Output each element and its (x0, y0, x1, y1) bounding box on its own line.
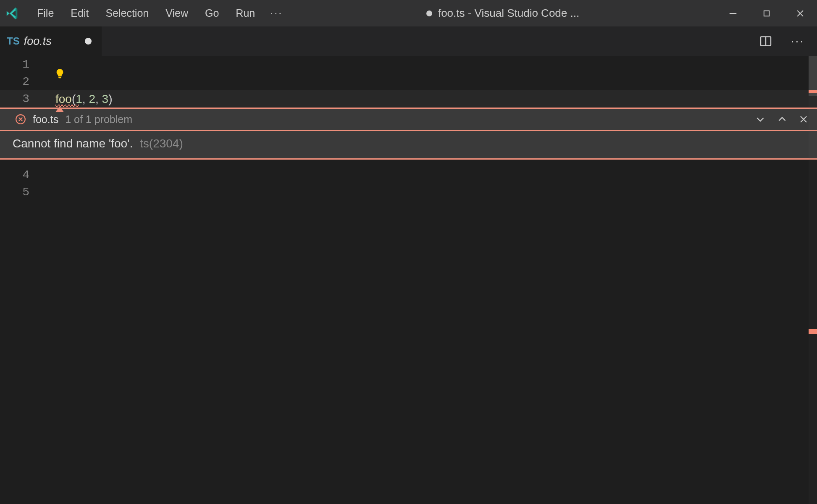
editor-tabs: TS foo.ts ··· (0, 26, 817, 56)
menu-bar: File Edit Selection View Go Run ··· (29, 3, 289, 24)
error-message-text: Cannot find name 'foo'. (13, 137, 133, 150)
token-comma: , (82, 92, 89, 105)
menu-selection[interactable]: Selection (97, 3, 157, 24)
token-paren: ( (72, 92, 76, 105)
title-bar: File Edit Selection View Go Run ··· foo.… (0, 0, 817, 26)
token-number: 1 (76, 92, 82, 105)
svg-rect-6 (58, 77, 61, 78)
line-number: 4 (0, 166, 34, 184)
overview-error-mark-icon (809, 329, 817, 334)
error-icon (15, 114, 26, 125)
window-title-filename: foo.ts (438, 7, 465, 19)
token-paren: ) (108, 92, 112, 105)
window-title-suffix: - Visual Studio Code ... (465, 7, 580, 19)
peek-next-button[interactable] (755, 114, 766, 125)
split-editor-button[interactable] (757, 33, 774, 50)
token-number: 3 (102, 92, 109, 105)
minimize-button[interactable] (716, 0, 750, 26)
peek-problem-count: 1 of 1 problem (65, 113, 132, 126)
menu-edit[interactable]: Edit (62, 3, 97, 24)
dirty-indicator-icon (426, 10, 432, 16)
menu-go[interactable]: Go (197, 3, 227, 24)
token-identifier: foo (55, 92, 72, 105)
tab-dirty-indicator-icon (85, 38, 92, 45)
close-window-button[interactable] (783, 0, 817, 26)
menu-run[interactable]: Run (227, 3, 263, 24)
window-controls (716, 0, 817, 26)
editor-more-actions-icon[interactable]: ··· (789, 33, 806, 50)
typescript-file-icon: TS (7, 35, 20, 47)
code-editor[interactable]: 1 2 3 foo(1, 2, 3) (0, 56, 817, 108)
code-line[interactable]: foo(1, 2, 3) (34, 90, 112, 108)
menu-more-icon[interactable]: ··· (263, 3, 289, 24)
token-number: 2 (89, 92, 95, 105)
editor-area: 1 2 3 foo(1, 2, 3) (0, 56, 817, 504)
peek-filename: foo.ts (33, 113, 58, 126)
peek-actions (755, 114, 809, 125)
line-number: 5 (0, 184, 34, 201)
tab-filename: foo.ts (24, 35, 52, 48)
error-code-text: ts(2304) (140, 137, 183, 150)
peek-message: Cannot find name 'foo'. ts(2304) (0, 131, 817, 158)
line-number: 3 (0, 90, 34, 108)
peek-pointer-icon (55, 106, 64, 112)
overview-error-mark-icon (809, 90, 817, 93)
token-comma: , (95, 92, 102, 105)
svg-rect-1 (764, 10, 770, 16)
problem-peek-view: foo.ts 1 of 1 problem Cannot find name '… (0, 108, 817, 160)
menu-file[interactable]: File (29, 3, 62, 24)
vscode-logo-icon (4, 6, 21, 21)
peek-close-button[interactable] (799, 114, 809, 124)
line-number: 1 (0, 56, 34, 73)
peek-header: foo.ts 1 of 1 problem (0, 109, 817, 130)
line-number: 2 (0, 73, 34, 90)
overview-ruler (809, 56, 817, 504)
menu-view[interactable]: View (157, 3, 197, 24)
lightbulb-icon[interactable] (55, 67, 64, 79)
tab-foo-ts[interactable]: TS foo.ts (0, 26, 102, 56)
code-editor-continued[interactable]: 4 5 (0, 160, 817, 201)
peek-prev-button[interactable] (777, 114, 788, 125)
maximize-button[interactable] (750, 0, 783, 26)
editor-actions: ··· (102, 26, 817, 56)
window-title: foo.ts - Visual Studio Code ... (289, 7, 716, 20)
